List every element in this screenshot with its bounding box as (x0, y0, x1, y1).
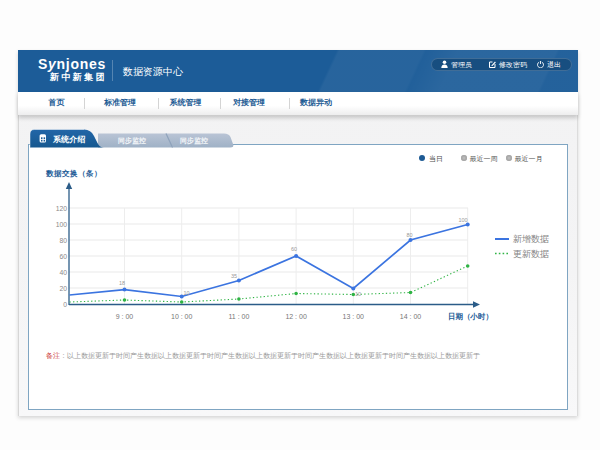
svg-text:10: 10 (183, 290, 189, 296)
svg-text:新增数据: 新增数据 (513, 234, 549, 244)
svg-text:120: 120 (56, 205, 68, 212)
svg-text:10: 10 (355, 291, 361, 297)
svg-text:12 : 00: 12 : 00 (285, 313, 307, 320)
svg-text:40: 40 (59, 269, 67, 276)
svg-text:13 : 00: 13 : 00 (343, 313, 365, 320)
svg-text:80: 80 (59, 237, 67, 244)
svg-text:35: 35 (231, 273, 237, 279)
svg-text:日期（小时）: 日期（小时） (448, 312, 493, 321)
svg-text:9 : 00: 9 : 00 (116, 313, 134, 320)
svg-text:0: 0 (63, 301, 67, 308)
svg-text:20: 20 (59, 285, 67, 292)
svg-text:80: 80 (406, 232, 412, 238)
svg-text:更新数据: 更新数据 (513, 249, 549, 259)
svg-text:100: 100 (56, 221, 68, 228)
svg-text:18: 18 (119, 280, 125, 286)
svg-text:10 : 00: 10 : 00 (171, 313, 193, 320)
svg-text:11 : 00: 11 : 00 (228, 313, 249, 320)
svg-text:60: 60 (59, 253, 67, 260)
svg-text:14 : 00: 14 : 00 (400, 313, 422, 320)
svg-text:60: 60 (291, 246, 297, 252)
svg-text:100: 100 (458, 217, 467, 223)
